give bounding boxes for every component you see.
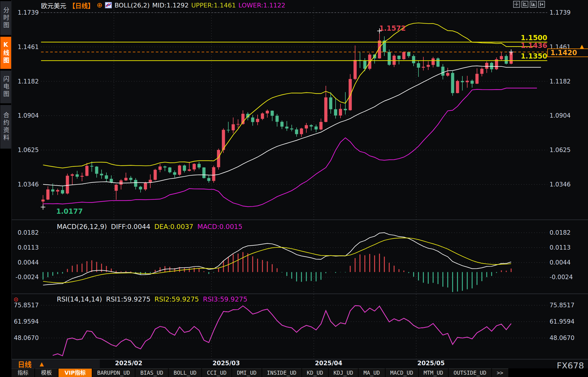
candle-body	[388, 52, 391, 65]
candle-body	[441, 67, 445, 75]
candle-body	[120, 180, 123, 185]
candle-body	[407, 52, 410, 56]
candle-body	[432, 59, 435, 65]
candle-body	[232, 124, 235, 130]
candle-body	[446, 73, 449, 75]
candle-body	[339, 109, 342, 115]
candle-body	[393, 56, 396, 65]
candle-body	[227, 130, 230, 131]
period-label[interactable]: 日线	[18, 359, 32, 369]
candle-body	[100, 174, 103, 176]
sidebar-tab-kline[interactable]: K线图	[0, 37, 11, 69]
bottom-tab-bias[interactable]: BIAS_UD	[135, 368, 168, 377]
candle-body	[168, 168, 172, 172]
candle-body	[466, 81, 469, 82]
candle-body	[188, 170, 191, 171]
sidebar-tab-lightning[interactable]: 闪电图	[0, 71, 11, 103]
candle-body	[124, 178, 128, 180]
bottom-tab-cci[interactable]: CCI_UD	[202, 368, 231, 377]
sidebar-tab-contract-info[interactable]: 合约资料	[0, 105, 11, 149]
candle-body	[193, 164, 196, 169]
candle-body	[66, 176, 69, 193]
candle-body	[281, 122, 284, 127]
candle-body	[61, 190, 64, 193]
candle-body	[56, 190, 59, 191]
candle-body	[129, 178, 133, 180]
bottom-tab-dmi[interactable]: DMI_UD	[232, 368, 262, 377]
candle-body	[290, 129, 293, 129]
candle-body	[90, 166, 94, 167]
candle-body	[461, 81, 464, 82]
candle-body	[315, 127, 318, 129]
candle-body	[276, 116, 279, 122]
candle-body	[154, 170, 157, 180]
candle-body	[329, 97, 332, 109]
bottom-tab-mtm[interactable]: MTM_UD	[419, 368, 448, 377]
candle-body	[451, 73, 454, 93]
bottom-tab-templates[interactable]: 模板	[35, 368, 58, 377]
rsi3-line	[53, 306, 511, 356]
candle-body	[505, 56, 508, 64]
candle-body	[85, 166, 89, 176]
candle-body	[300, 129, 303, 134]
chart-canvas[interactable]	[0, 0, 588, 377]
macd-dea-line	[43, 238, 511, 283]
macd-diff-line	[43, 233, 511, 285]
candle-body	[71, 174, 74, 176]
candle-body	[212, 167, 215, 181]
period-dropdown-arrow-icon[interactable]: ▲	[40, 361, 44, 367]
candle-body	[105, 175, 108, 179]
bottom-tab-outside[interactable]: OUTSIDE_UD	[449, 368, 491, 377]
candle-body	[427, 65, 430, 67]
candle-body	[144, 183, 147, 189]
bottom-tab-vip-indicators[interactable]: VIP指标	[59, 368, 92, 377]
candle-body	[480, 69, 484, 74]
candle-body	[159, 166, 162, 170]
crosshair-icon[interactable]	[513, 1, 520, 8]
period-selector[interactable]: 日线 ▲	[11, 359, 100, 368]
bottom-tab-barupdn[interactable]: BARUPDN_UD	[92, 368, 135, 377]
candle-body	[134, 180, 137, 187]
candle-body	[471, 81, 474, 83]
boll-upper-line	[43, 23, 537, 168]
candle-body	[173, 172, 176, 175]
bottom-tab-indicators[interactable]: 指标	[11, 368, 34, 377]
candle-body	[178, 166, 181, 175]
candle-body	[500, 56, 503, 59]
candle-body	[285, 127, 289, 128]
candle-body	[237, 124, 240, 125]
bottom-tab-more[interactable]: >>	[492, 368, 508, 377]
candle-body	[251, 118, 254, 122]
candle-body	[203, 168, 206, 178]
candle-body	[422, 67, 425, 68]
candle-body	[198, 164, 201, 167]
candle-body	[402, 52, 406, 59]
scale-x-axis-icon[interactable]	[530, 1, 537, 8]
trading-app-window: 欧元美元 【日线】 ⊕ BOLL(26,2) MID:1.1292 UPPER:…	[0, 0, 588, 377]
candle-body	[398, 56, 401, 59]
candle-body	[456, 81, 459, 93]
candle-body	[334, 109, 337, 116]
sidebar-tab-timeline[interactable]: 分时图	[0, 1, 11, 35]
candle-body	[417, 63, 420, 67]
candle-body	[266, 111, 269, 113]
bottom-tab-kdj[interactable]: KDJ_UD	[329, 368, 358, 377]
candle-body	[324, 97, 328, 122]
candle-body	[354, 60, 357, 79]
bottom-tab-boll[interactable]: BOLL_UD	[169, 368, 201, 377]
sidebar: 分时图K线图闪电图合约资料	[0, 0, 12, 377]
bottom-tab-macd[interactable]: MACD_UD	[385, 368, 418, 377]
candle-body	[261, 113, 264, 119]
candle-body	[344, 109, 347, 110]
bottom-tab-kd[interactable]: KD_UD	[302, 368, 328, 377]
candle-body	[271, 111, 274, 116]
bottom-tab-ma[interactable]: MA_UD	[359, 368, 385, 377]
candle-body	[256, 119, 259, 122]
candle-body	[95, 167, 98, 174]
exit-icon[interactable]	[538, 1, 545, 8]
candle-body	[310, 125, 313, 127]
candle-body	[51, 189, 54, 191]
indicator-tabbar: 指标模板VIP指标BARUPDN_UDBIAS_UDBOLL_UDCCI_UDD…	[11, 368, 588, 377]
bottom-tab-inside[interactable]: INSIDE_UD	[262, 368, 301, 377]
scale-y-axis-icon[interactable]	[521, 1, 528, 8]
